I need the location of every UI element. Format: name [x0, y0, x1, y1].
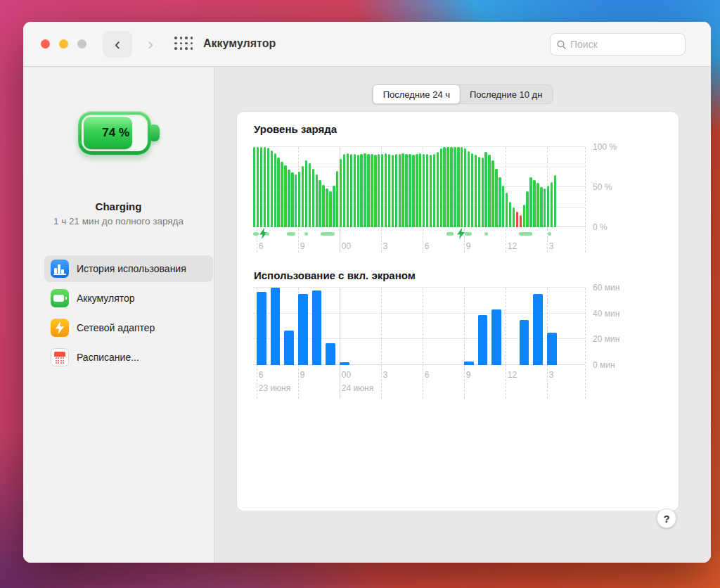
x-axis-label: 9 — [300, 370, 305, 380]
chart-bar — [464, 362, 474, 366]
x-axis-label: 12 — [508, 241, 517, 251]
y-axis-label: 50 % — [593, 182, 612, 192]
chart-bar — [540, 187, 542, 227]
chart-bar — [401, 153, 404, 227]
chart-bar — [336, 171, 338, 227]
x-axis-label: 3 — [383, 241, 388, 251]
chart-bar — [316, 174, 318, 227]
battery-status-text: Charging — [23, 200, 214, 212]
chart-bar — [526, 191, 528, 227]
sidebar-item-schedule[interactable]: Расписание... — [44, 344, 213, 371]
y-axis-label: 40 мин — [593, 309, 619, 319]
x-axis-label: 00 — [342, 241, 351, 251]
chart-bar — [454, 147, 456, 227]
x-axis-label: 00 — [342, 370, 351, 380]
sidebar: 74 % Charging 1 ч 21 мин до полного заря… — [23, 68, 214, 563]
battery-level-plot: 100 %50 %0 %6900369123 — [253, 147, 585, 227]
chart-bar — [267, 148, 269, 227]
chart-bar — [333, 186, 335, 227]
chart-bar — [509, 202, 511, 227]
charging-period-dash — [265, 232, 270, 236]
sidebar-item-label: Расписание... — [77, 352, 139, 363]
chart-bar — [340, 159, 342, 227]
minimize-window-button[interactable] — [59, 39, 68, 49]
show-all-preferences-icon[interactable] — [174, 37, 193, 51]
chart-bar — [419, 153, 421, 227]
chart-bar — [340, 362, 349, 365]
chart-bar — [395, 154, 397, 227]
chart-bar — [298, 294, 308, 365]
chart-bar — [433, 154, 435, 227]
tab-last-10d[interactable]: Последние 10 дн — [460, 85, 552, 103]
chart-bar — [450, 147, 452, 227]
x-axis-label: 3 — [549, 370, 554, 380]
battery-body: 74 % — [78, 111, 151, 155]
x-axis-label: 6 — [259, 241, 264, 251]
chart-bar — [457, 147, 459, 227]
search-icon — [557, 40, 566, 49]
forward-button[interactable]: › — [136, 31, 165, 58]
x-gridline — [585, 288, 586, 399]
main-content: Последние 24 ч Последние 10 дн Уровень з… — [214, 68, 711, 563]
chart-bar — [405, 154, 407, 227]
chart-bar — [291, 172, 293, 227]
chart-bar — [399, 154, 401, 227]
x-axis-label: 6 — [259, 370, 264, 380]
chart-bar — [513, 207, 515, 228]
sidebar-item-power-adapter[interactable]: Сетевой адаптер — [44, 314, 213, 341]
screen-on-usage-plot: 60 мин40 мин20 мин0 мин690036912323 июня… — [253, 288, 585, 365]
y-gridline — [253, 287, 585, 288]
date-label: 23 июня — [259, 383, 291, 393]
titlebar: ‹ › Аккумулятор — [23, 22, 711, 67]
chart-bar — [423, 154, 425, 227]
x-axis-label: 9 — [300, 241, 305, 251]
chart-bar — [284, 331, 294, 366]
x-axis-label: 9 — [466, 370, 471, 380]
sidebar-item-usage-history[interactable]: История использования — [44, 255, 213, 282]
close-window-button[interactable] — [41, 39, 50, 49]
search-field[interactable] — [550, 33, 686, 56]
chart-bar — [478, 315, 488, 366]
chart-bar — [354, 154, 356, 227]
tab-last-24h[interactable]: Последние 24 ч — [373, 84, 461, 104]
chart-bar — [536, 183, 539, 227]
x-gridline — [340, 288, 340, 399]
battery-icon — [51, 289, 69, 307]
x-gridline — [506, 288, 506, 399]
chart-bar — [360, 154, 362, 227]
chart-bar — [409, 154, 411, 227]
chart-bar — [554, 175, 556, 227]
x-axis-label: 12 — [508, 370, 517, 380]
charging-period-dash — [446, 232, 454, 236]
charging-period-dash — [465, 232, 472, 236]
x-gridline — [423, 288, 423, 399]
chart-bar — [302, 166, 304, 227]
charging-period-dot — [548, 232, 551, 236]
chart-bar — [260, 147, 262, 227]
zoom-window-button[interactable] — [77, 39, 86, 49]
x-axis-label: 6 — [425, 370, 430, 380]
chart-bar — [443, 147, 445, 227]
chart-bar — [284, 165, 286, 227]
charts-panel: Уровень заряда 100 %50 %0 %6900369123 Ис… — [237, 112, 679, 511]
chart-bar — [416, 154, 418, 227]
battery-cap — [150, 124, 160, 141]
search-input[interactable] — [570, 39, 676, 50]
chart-bar — [271, 151, 273, 227]
chart-bar — [491, 309, 501, 365]
battery-level-chart-title: Уровень заряда — [254, 123, 337, 135]
chart-bar — [392, 155, 394, 227]
battery-time-remaining-text: 1 ч 21 мин до полного заряда — [23, 216, 214, 226]
chart-bar — [547, 186, 549, 227]
back-button[interactable]: ‹ — [103, 31, 132, 58]
sidebar-item-label: Аккумулятор — [77, 293, 135, 304]
charging-period-dash — [321, 232, 335, 236]
sidebar-item-battery[interactable]: Аккумулятор — [44, 285, 213, 312]
charging-period-dash — [253, 232, 259, 236]
chart-bar — [437, 152, 439, 227]
help-button[interactable]: ? — [657, 509, 676, 528]
window-title: Аккумулятор — [203, 37, 276, 50]
chart-bar — [253, 147, 255, 227]
chart-bar — [533, 294, 543, 365]
chart-bar — [440, 148, 442, 227]
